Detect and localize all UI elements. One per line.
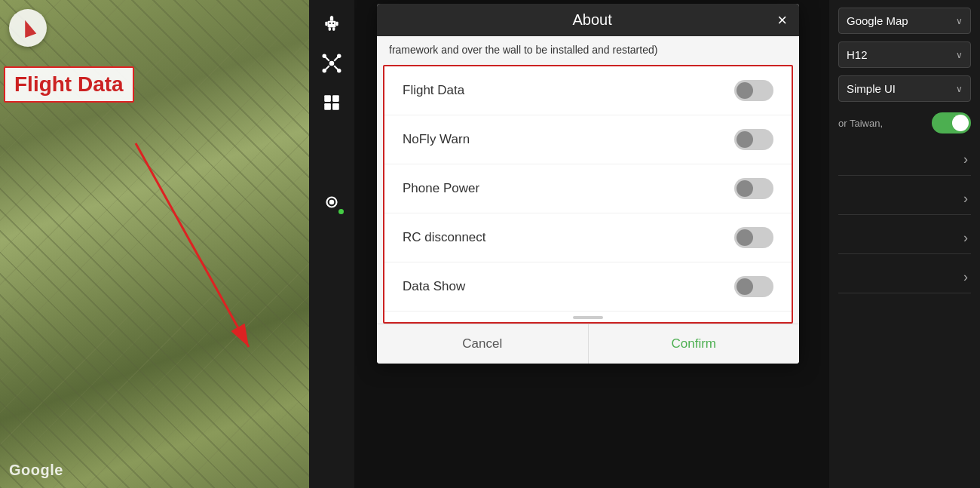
svg-point-19 [337,69,341,72]
svg-point-24 [329,200,335,205]
model-dropdown[interactable]: H12 ∨ [838,41,971,68]
svg-point-18 [323,69,326,72]
right-panel: About × framework and over the wall to b… [354,0,980,488]
toggle-knob [737,180,753,197]
svg-point-16 [323,54,326,58]
svg-rect-7 [325,22,327,26]
settings-list: Flight Data NoFly Warn Phone Power RC di… [383,65,793,324]
connection-dot [338,209,344,214]
chevron-down-icon: ∨ [956,16,963,26]
rc-disconnect-toggle[interactable] [734,227,773,248]
svg-rect-8 [335,22,338,26]
toggle-knob [737,131,753,148]
toolbar-layers-icon[interactable] [315,186,348,219]
taiwan-text: or Taiwan, [838,118,883,129]
settings-item-rc-disconnect: RC disconnect [384,213,792,262]
compass[interactable] [9,9,47,47]
svg-rect-21 [332,95,339,102]
taiwan-toggle[interactable] [932,112,971,134]
left-toolbar [309,0,354,488]
nofly-warn-setting-label: NoFly Warn [403,132,470,147]
cancel-button[interactable]: Cancel [377,324,589,364]
settings-item-flight-data: Flight Data [384,66,792,115]
svg-rect-22 [324,103,331,110]
svg-rect-9 [329,27,331,30]
svg-point-11 [329,61,335,66]
nav-item-2[interactable]: › [838,183,971,215]
ui-label: Simple UI [847,82,896,95]
svg-rect-2 [328,21,336,28]
svg-rect-10 [332,27,335,30]
flight-data-toggle[interactable] [734,80,773,101]
svg-rect-4 [332,23,334,24]
flight-data-setting-label: Flight Data [403,83,464,98]
toolbar-grid-icon[interactable] [315,86,348,119]
taiwan-row: or Taiwan, [838,109,971,137]
scroll-indicator [573,316,603,319]
dialog-description: framework and over the wall to be instal… [377,36,799,65]
compass-arrow [20,18,37,38]
dialog-header: About × [377,4,799,36]
svg-point-17 [337,54,341,58]
toolbar-robot-icon[interactable] [315,8,348,41]
chevron-down-icon: ∨ [956,84,963,94]
settings-item-phone-power: Phone Power [384,164,792,213]
confirm-button[interactable]: Confirm [589,324,800,364]
map-area: Flight Data Google [0,0,309,488]
close-button[interactable]: × [777,12,787,29]
phone-power-setting-label: Phone Power [403,181,479,196]
model-label: H12 [847,48,868,61]
flight-data-label: Flight Data [4,66,134,103]
google-logo: Google [9,462,63,479]
nav-item-4[interactable]: › [838,262,971,293]
nav-item-1[interactable]: › [838,144,971,176]
toolbar-drone-icon[interactable] [315,47,348,80]
dialog-footer: Cancel Confirm [377,324,799,364]
ui-dropdown[interactable]: Simple UI ∨ [838,75,971,102]
phone-power-toggle[interactable] [734,178,773,199]
toggle-knob [737,278,753,295]
settings-item-nofly-warn: NoFly Warn [384,115,792,164]
chevron-down-icon: ∨ [956,50,963,60]
map-type-label: Google Map [847,14,908,27]
toggle-knob [952,115,969,131]
nofly-warn-toggle[interactable] [734,129,773,150]
toggle-knob [737,82,753,99]
rc-disconnect-setting-label: RC disconnect [403,230,486,245]
settings-item-data-show: Data Show [384,262,792,312]
dialog-title: About [407,11,777,29]
svg-point-6 [330,16,332,18]
toggle-knob [737,229,753,246]
data-show-toggle[interactable] [734,276,773,297]
svg-rect-23 [332,103,339,110]
right-controls: Google Map ∨ H12 ∨ Simple UI ∨ or Taiwan… [829,0,980,488]
svg-rect-3 [329,23,331,24]
nav-item-3[interactable]: › [838,223,971,254]
svg-rect-20 [324,95,331,102]
map-type-dropdown[interactable]: Google Map ∨ [838,8,971,34]
data-show-setting-label: Data Show [403,279,465,294]
about-dialog: About × framework and over the wall to b… [377,4,799,364]
